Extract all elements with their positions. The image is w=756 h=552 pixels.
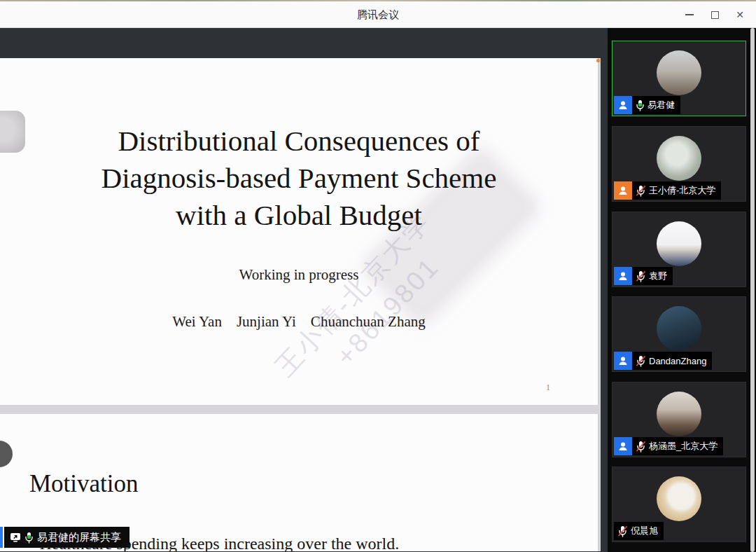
avatar: [657, 221, 701, 266]
person-icon: [617, 355, 629, 366]
participant-tile[interactable]: 王小倩-北京大学: [612, 126, 746, 202]
participant-badge-row: 易君健: [614, 96, 680, 114]
participant-tile[interactable]: 易君健: [612, 41, 746, 116]
participant-tile[interactable]: 倪晨旭: [612, 467, 746, 542]
person-icon: [617, 270, 629, 282]
window-title: 腾讯会议: [0, 1, 756, 28]
close-button[interactable]: ✕: [729, 1, 750, 28]
participant-badge-row: 王小倩-北京大学: [614, 181, 721, 200]
sidebar-scrollbar[interactable]: [750, 28, 755, 552]
minimize-icon: [685, 14, 694, 15]
participant-name: 王小倩-北京大学: [649, 184, 715, 197]
slide2-corner-shape: [0, 441, 13, 467]
share-indicator-accent: [0, 527, 3, 548]
mic-muted-icon: [636, 355, 646, 367]
maximize-icon: [711, 11, 719, 19]
participant-tile[interactable]: 杨涵墨_北京大学: [612, 382, 746, 457]
participant-badge-row: 袁野: [614, 267, 673, 285]
participant-name: 易君健: [648, 99, 675, 111]
avatar: [657, 392, 701, 436]
participant-tile[interactable]: 袁野: [612, 212, 746, 287]
slide-subtitle: Working in progress: [0, 266, 598, 284]
slide-title-line1: Distributional Consequences of: [0, 123, 598, 160]
role-badge: [614, 437, 632, 455]
tencent-meeting-window: 腾讯会议 ✕ 王小倩-北京大学 +8619801 Distributional …: [0, 0, 756, 552]
slide-page-number: 1: [546, 382, 550, 393]
close-icon: ✕: [736, 10, 744, 20]
mic-active-icon: [24, 532, 34, 544]
mic-muted-icon: [636, 441, 646, 453]
screen-share-icon: [10, 532, 21, 542]
role-badge: [614, 352, 632, 370]
mic-muted-icon: [617, 525, 628, 537]
window-titlebar: 腾讯会议 ✕: [0, 1, 756, 28]
maximize-button[interactable]: [704, 1, 725, 28]
shared-screen-stage[interactable]: 王小倩-北京大学 +8619801 Distributional Consequ…: [0, 28, 608, 552]
participant-name: 袁野: [649, 270, 667, 282]
mic-active-icon: [636, 99, 645, 111]
participant-name: 倪晨旭: [631, 525, 658, 537]
screen-share-label: 易君健的屏幕共享: [37, 531, 121, 544]
mic-muted-icon: [636, 270, 646, 282]
person-icon: [617, 441, 629, 452]
role-badge: [614, 96, 632, 114]
participant-badge-row: 倪晨旭: [614, 522, 664, 540]
slide-authors: Wei Yan Junjian Yi Chuanchuan Zhang: [0, 313, 598, 331]
avatar: [657, 476, 701, 521]
orange-status-dot: [596, 59, 600, 62]
participant-tile[interactable]: DandanZhang: [612, 296, 746, 372]
slide-title-line2: Diagnosis-based Payment Scheme: [0, 160, 598, 197]
role-badge: [614, 267, 632, 285]
participant-badge-row: DandanZhang: [614, 352, 712, 370]
avatar: [657, 306, 701, 351]
slide-1: 王小倩-北京大学 +8619801 Distributional Consequ…: [0, 58, 599, 405]
avatar: [657, 136, 701, 181]
motivation-heading: Motivation: [29, 470, 139, 498]
mic-muted-icon: [636, 185, 646, 197]
person-icon: [617, 185, 629, 196]
avatar: [657, 50, 701, 95]
minimize-button[interactable]: [679, 1, 700, 28]
role-badge: [614, 181, 632, 200]
participant-badge-row: 杨涵墨_北京大学: [614, 437, 723, 455]
screen-share-indicator[interactable]: 易君健的屏幕共享: [4, 527, 130, 548]
participant-name: DandanZhang: [649, 356, 706, 366]
person-icon: [617, 99, 629, 111]
slide-title-line3: with a Global Budget: [0, 197, 598, 234]
slide-title: Distributional Consequences of Diagnosis…: [0, 123, 598, 234]
participant-name: 杨涵墨_北京大学: [649, 440, 718, 453]
participants-sidebar: 易君健 王小倩-北京大学: [608, 28, 756, 552]
